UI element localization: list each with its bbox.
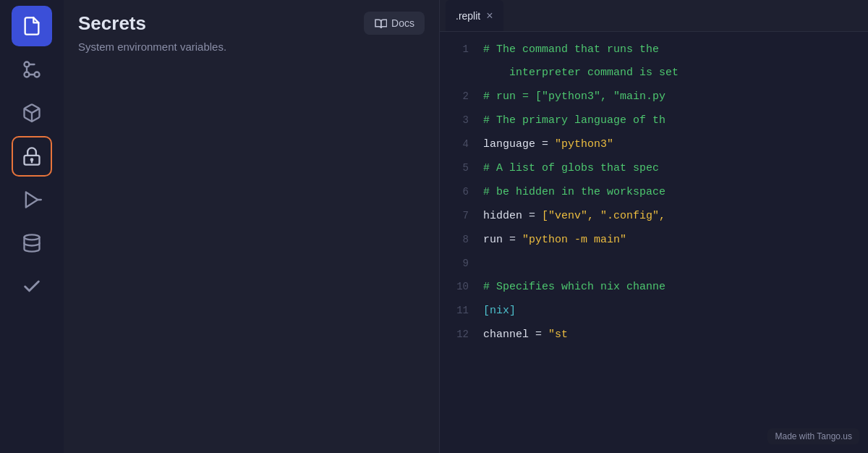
sidebar-item-database[interactable]: [12, 223, 52, 263]
code-line-1: 1 # The command that runs the: [440, 38, 868, 62]
book-icon: [374, 18, 387, 28]
editor: .replit × 1 # The command that runs the …: [440, 0, 868, 453]
code-line-4: 4 language = "python3": [440, 132, 868, 156]
code-line-1b: interpreter command is set: [440, 62, 868, 85]
code-line-7: 7 hidden = ["venv", ".config",: [440, 204, 868, 228]
code-line-3: 3 # The primary language of th: [440, 109, 868, 132]
code-area: 1 # The command that runs the interprete…: [440, 32, 868, 453]
tango-badge: Made with Tango.us: [767, 428, 859, 444]
sidebar-item-check[interactable]: [12, 266, 52, 307]
docs-button[interactable]: Docs: [364, 12, 425, 35]
tab-close-button[interactable]: ×: [486, 9, 493, 22]
tab-label: .replit: [456, 10, 480, 22]
panel-title: Secrets: [78, 12, 146, 35]
code-line-9: 9: [440, 252, 868, 275]
code-line-6: 6 # be hidden in the workspace: [440, 180, 868, 204]
code-line-8: 8 run = "python -m main": [440, 228, 868, 252]
tab-replit[interactable]: .replit ×: [446, 0, 503, 31]
sidebar-item-git[interactable]: [12, 49, 52, 90]
code-line-5: 5 # A list of globs that spec: [440, 156, 868, 180]
code-line-2: 2 # run = ["python3", "main.py: [440, 85, 868, 109]
tab-bar: .replit ×: [440, 0, 868, 32]
panel-subtitle: System environment variables.: [64, 41, 439, 64]
code-line-12: 12 channel = "st: [440, 323, 868, 347]
sidebar: [0, 0, 64, 453]
code-line-11: 11 [nix]: [440, 299, 868, 323]
panel-header: Secrets Docs: [64, 0, 439, 41]
svg-point-12: [25, 234, 40, 240]
sidebar-item-run[interactable]: [12, 179, 52, 220]
sidebar-item-packages[interactable]: [12, 93, 52, 133]
secrets-panel: Secrets Docs System environment variable…: [64, 0, 440, 453]
sidebar-item-file[interactable]: [12, 6, 52, 46]
svg-marker-10: [26, 192, 38, 208]
sidebar-item-secrets[interactable]: [12, 136, 52, 177]
code-line-10: 10 # Specifies which nix channe: [440, 275, 868, 299]
